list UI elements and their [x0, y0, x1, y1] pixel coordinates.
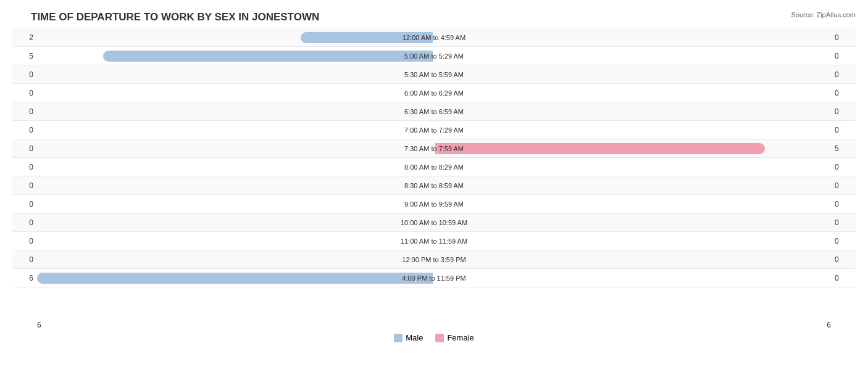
bars-section: 11:00 AM to 11:59 AM [37, 232, 831, 250]
chart-row: 08:30 AM to 8:59 AM0 [12, 176, 856, 195]
female-label: Female [447, 333, 474, 342]
chart-row: 55:00 AM to 5:29 AM0 [12, 47, 856, 65]
male-bar-area [37, 65, 434, 83]
chart-row: 011:00 AM to 11:59 AM0 [12, 232, 856, 250]
female-bar-area [434, 158, 831, 176]
male-bar-area [37, 84, 434, 102]
chart-container: TIME OF DEPARTURE TO WORK BY SEX IN JONE… [0, 0, 868, 367]
chart-row: 06:00 AM to 6:29 AM0 [12, 84, 856, 102]
chart-row: 08:00 AM to 8:29 AM0 [12, 158, 856, 176]
male-value: 0 [12, 163, 37, 171]
female-value: 5 [831, 144, 856, 153]
female-value: 0 [831, 89, 856, 97]
legend-male: Male [394, 333, 423, 342]
male-value: 0 [12, 237, 37, 245]
bars-section: 8:30 AM to 8:59 AM [37, 176, 831, 194]
female-value: 0 [831, 52, 856, 60]
female-value: 0 [831, 255, 856, 264]
legend-female: Female [435, 333, 474, 342]
male-bar-area [37, 28, 434, 46]
male-bar-area [37, 158, 434, 176]
female-value: 0 [831, 126, 856, 134]
bars-section: 6:00 AM to 6:29 AM [37, 84, 831, 102]
source-label: Source: ZipAtlas.com [791, 11, 856, 19]
male-bar [103, 51, 433, 62]
female-bar-area [434, 139, 831, 157]
chart-row: 64:00 PM to 11:59 PM0 [12, 269, 856, 287]
male-value: 0 [12, 107, 37, 116]
male-bar-area [37, 102, 434, 120]
axis-right: 6 [827, 321, 831, 329]
male-bar-area [37, 176, 434, 194]
bars-section: 8:00 AM to 8:29 AM [37, 158, 831, 176]
male-swatch [394, 334, 403, 342]
bars-section: 12:00 PM to 3:59 PM [37, 250, 831, 268]
female-bar-area [434, 84, 831, 102]
bars-section: 5:00 AM to 5:29 AM [37, 47, 831, 65]
bars-section: 6:30 AM to 6:59 AM [37, 102, 831, 120]
male-value: 0 [12, 126, 37, 134]
female-value: 0 [831, 218, 856, 227]
female-value: 0 [831, 181, 856, 190]
chart-row: 012:00 PM to 3:59 PM0 [12, 250, 856, 269]
female-bar-area [434, 250, 831, 268]
female-bar-area [434, 195, 831, 213]
male-bar-area [37, 250, 434, 268]
female-bar-area [434, 28, 831, 46]
female-bar-area [434, 213, 831, 231]
female-value: 0 [831, 33, 856, 42]
female-value: 0 [831, 107, 856, 116]
male-bar-area [37, 232, 434, 250]
male-label: Male [406, 333, 423, 342]
bars-section: 10:00 AM to 10:59 AM [37, 213, 831, 231]
chart-row: 010:00 AM to 10:59 AM0 [12, 213, 856, 232]
female-bar-area [434, 121, 831, 139]
female-value: 0 [831, 237, 856, 245]
chart-area: 212:00 AM to 4:59 AM055:00 AM to 5:29 AM… [12, 28, 856, 320]
female-value: 0 [831, 70, 856, 79]
female-bar [435, 143, 765, 154]
female-bar-area [434, 269, 831, 287]
chart-row: 05:30 AM to 5:59 AM0 [12, 65, 856, 84]
male-value: 2 [12, 33, 37, 42]
male-value: 0 [12, 181, 37, 190]
male-value: 0 [12, 70, 37, 79]
male-value: 6 [12, 274, 37, 282]
female-value: 0 [831, 163, 856, 171]
bars-section: 12:00 AM to 4:59 AM [37, 28, 831, 46]
male-value: 0 [12, 200, 37, 208]
female-swatch [435, 334, 444, 342]
axis-left: 6 [37, 321, 41, 329]
male-bar-area [37, 195, 434, 213]
chart-row: 07:00 AM to 7:29 AM0 [12, 121, 856, 139]
female-bar-area [434, 176, 831, 194]
male-bar [301, 32, 433, 43]
female-bar-area [434, 232, 831, 250]
chart-row: 09:00 AM to 9:59 AM0 [12, 195, 856, 213]
chart-title: TIME OF DEPARTURE TO WORK BY SEX IN JONE… [12, 11, 856, 23]
male-bar [37, 273, 433, 284]
bars-section: 7:30 AM to 7:59 AM [37, 139, 831, 157]
bars-section: 7:00 AM to 7:29 AM [37, 121, 831, 139]
male-value: 0 [12, 89, 37, 97]
male-bar-area [37, 47, 434, 65]
female-bar-area [434, 47, 831, 65]
chart-row: 212:00 AM to 4:59 AM0 [12, 28, 856, 47]
male-value: 5 [12, 52, 37, 60]
bars-section: 4:00 PM to 11:59 PM [37, 269, 831, 287]
legend: Male Female [12, 333, 856, 342]
bars-section: 5:30 AM to 5:59 AM [37, 65, 831, 83]
chart-row: 07:30 AM to 7:59 AM5 [12, 139, 856, 158]
female-bar-area [434, 102, 831, 120]
bars-section: 9:00 AM to 9:59 AM [37, 195, 831, 213]
bottom-axis: 6 6 [12, 321, 856, 329]
male-bar-area [37, 139, 434, 157]
female-bar-area [434, 65, 831, 83]
female-value: 0 [831, 274, 856, 282]
male-bar-area [37, 121, 434, 139]
female-value: 0 [831, 200, 856, 208]
male-bar-area [37, 213, 434, 231]
male-bar-area [37, 269, 434, 287]
male-value: 0 [12, 218, 37, 227]
male-value: 0 [12, 255, 37, 264]
